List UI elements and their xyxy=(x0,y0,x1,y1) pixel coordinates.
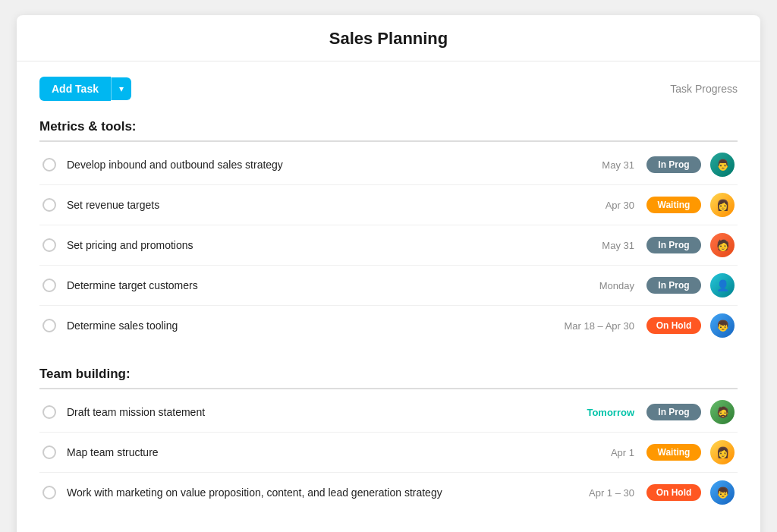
avatar: 👩 xyxy=(710,193,735,217)
toolbar: Add Task ▾ Task Progress xyxy=(39,77,738,101)
task-checkbox[interactable] xyxy=(42,319,56,332)
task-date: Apr 1 xyxy=(611,447,634,458)
task-date: Tomorrow xyxy=(587,407,634,418)
table-row: Work with marketing on value proposition… xyxy=(39,473,738,512)
task-checkbox[interactable] xyxy=(42,486,56,499)
task-progress-label: Task Progress xyxy=(670,83,738,95)
table-row: Develop inbound and outbound sales strat… xyxy=(39,145,738,185)
task-checkbox[interactable] xyxy=(42,405,56,419)
status-badge: In Prog xyxy=(646,237,701,253)
task-checkbox[interactable] xyxy=(42,445,56,459)
task-name: Work with marketing on value proposition… xyxy=(67,486,589,499)
avatar: 👨 xyxy=(710,153,735,177)
avatar: 🧔 xyxy=(710,400,735,424)
task-checkbox[interactable] xyxy=(42,238,56,252)
task-date: May 31 xyxy=(602,159,634,171)
task-name: Set pricing and promotions xyxy=(67,239,602,251)
table-row: Determine sales toolingMar 18 – Apr 30On… xyxy=(39,306,738,345)
section-metrics-tools: Metrics & tools:Develop inbound and outb… xyxy=(39,119,738,345)
task-name: Develop inbound and outbound sales strat… xyxy=(67,159,602,171)
task-checkbox[interactable] xyxy=(42,158,56,172)
status-badge: In Prog xyxy=(646,277,701,294)
add-task-dropdown-button[interactable]: ▾ xyxy=(111,77,131,100)
task-name: Draft team mission statement xyxy=(67,406,587,418)
status-badge: In Prog xyxy=(646,404,701,420)
section-title-team-building: Team building: xyxy=(39,367,738,389)
status-badge: Waiting xyxy=(646,197,701,213)
table-row: Draft team mission statementTomorrowIn P… xyxy=(39,392,738,433)
main-content: Add Task ▾ Task Progress Metrics & tools… xyxy=(17,61,760,532)
task-checkbox[interactable] xyxy=(42,198,56,212)
table-row: Set revenue targetsApr 30Waiting👩 xyxy=(39,185,738,225)
task-checkbox[interactable] xyxy=(42,279,56,292)
page-title: Sales Planning xyxy=(32,29,745,49)
status-badge: In Prog xyxy=(646,156,701,173)
add-task-group: Add Task ▾ xyxy=(39,77,131,101)
status-badge: On Hold xyxy=(646,484,701,501)
avatar: 👦 xyxy=(710,480,735,505)
avatar: 👩 xyxy=(710,440,735,464)
task-date: May 31 xyxy=(602,240,634,251)
task-name: Set revenue targets xyxy=(67,199,606,211)
task-date: Apr 30 xyxy=(606,200,634,211)
task-name: Map team structure xyxy=(67,446,611,458)
task-date: Mar 18 – Apr 30 xyxy=(565,320,635,332)
page-header: Sales Planning xyxy=(17,15,760,61)
task-name: Determine sales tooling xyxy=(67,320,565,332)
add-task-button[interactable]: Add Task xyxy=(39,77,111,101)
avatar: 🧑 xyxy=(710,233,735,257)
task-date: Apr 1 – 30 xyxy=(589,487,634,499)
task-name: Determine target customers xyxy=(67,279,599,291)
table-row: Map team structureApr 1Waiting👩 xyxy=(39,433,738,473)
sections-container: Metrics & tools:Develop inbound and outb… xyxy=(39,119,738,532)
status-badge: Waiting xyxy=(646,444,701,461)
section-team-building: Team building:Draft team mission stateme… xyxy=(39,367,738,512)
table-row: Determine target customersMondayIn Prog👤 xyxy=(39,266,738,306)
page-wrapper: Sales Planning Add Task ▾ Task Progress … xyxy=(17,15,760,532)
avatar: 👤 xyxy=(710,273,735,297)
avatar: 👦 xyxy=(710,313,735,338)
table-row: Set pricing and promotionsMay 31In Prog🧑 xyxy=(39,225,738,266)
task-date: Monday xyxy=(599,280,634,291)
status-badge: On Hold xyxy=(646,317,701,334)
section-title-metrics-tools: Metrics & tools: xyxy=(39,119,738,142)
